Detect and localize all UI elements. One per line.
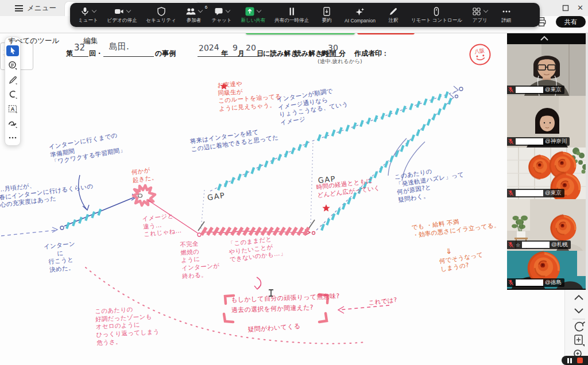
more-dots-icon — [502, 7, 511, 16]
participant-tile[interactable]: ☆ @札幌 — [507, 199, 586, 251]
header-author-note: (途中.疲れるから) — [318, 58, 362, 65]
hatch-tick — [423, 125, 425, 131]
participant-location: @徳島 — [545, 279, 562, 286]
hatch-tick — [299, 145, 301, 151]
security-button[interactable]: セキュリティ — [146, 6, 176, 24]
pause-recording-button[interactable] — [567, 355, 572, 365]
share-button[interactable]: 共有 — [556, 16, 586, 28]
hatch-tick — [250, 228, 254, 235]
maximize-icon[interactable] — [562, 5, 569, 11]
stop-video-button[interactable]: ビデオの停止 — [107, 6, 137, 24]
pause-share-button[interactable]: 共有の一時停止 — [274, 6, 309, 24]
remote-control-button[interactable]: リモート コントロール — [411, 6, 462, 24]
refresh-icon[interactable] — [575, 322, 585, 331]
chat-button[interactable]: チャット — [212, 6, 232, 24]
apps-icon — [472, 7, 481, 16]
lasso-tool[interactable] — [6, 89, 19, 100]
chevron-down-icon[interactable] — [575, 309, 583, 313]
participant-name-bar: @東京 — [507, 86, 564, 94]
header-read-label: に読み解き — [263, 49, 298, 59]
panel-scrollbar[interactable] — [586, 26, 588, 290]
hatch-tick — [431, 96, 434, 103]
menu-all-tools[interactable]: すべてのツール — [8, 36, 59, 46]
header-day: 20 — [246, 43, 256, 52]
hatch-tick — [318, 135, 320, 141]
microphone-icon — [80, 7, 90, 16]
redacted-name — [516, 87, 543, 93]
hatch-tick — [92, 212, 94, 218]
hatch-tick — [343, 203, 345, 209]
chevron-down-icon[interactable] — [126, 8, 130, 13]
hatch-tick — [346, 125, 349, 131]
text-box-tool[interactable]: A — [6, 103, 19, 114]
collapse-panel-chevron[interactable] — [540, 36, 549, 41]
menu-edit[interactable]: 編集 — [83, 36, 98, 46]
hatch-tick — [390, 156, 393, 162]
menu-button[interactable]: メニュー — [15, 3, 56, 13]
more-button[interactable]: 詳細 — [498, 6, 515, 24]
chevron-up-icon[interactable] — [575, 296, 583, 300]
summary-button[interactable]: 要約 — [318, 6, 335, 24]
hatch-tick — [412, 135, 414, 141]
participants-button[interactable]: 6 参加者 — [185, 6, 203, 24]
chevron-down-icon[interactable] — [198, 8, 203, 13]
rising-line — [64, 196, 137, 226]
hatch-tick — [332, 130, 335, 136]
participant-tile[interactable]: @徳島 — [507, 251, 586, 289]
hatch-tick — [226, 228, 230, 235]
hatch-tick — [417, 130, 419, 136]
more-tools-button[interactable] — [6, 133, 19, 143]
mute-button[interactable]: ミュート — [78, 6, 98, 24]
hatch-tick — [407, 140, 409, 146]
hatch-tick — [439, 94, 441, 100]
note-image-mismatch: イメージと 違う… これじゃね… — [142, 211, 182, 239]
hatch-tick — [449, 98, 451, 104]
hatch-tick — [443, 103, 446, 110]
participant-tile[interactable]: @神奈川 — [507, 96, 586, 147]
hatch-tick — [305, 141, 308, 147]
converging-arc — [388, 138, 407, 176]
chevron-down-icon[interactable] — [92, 8, 96, 13]
draw-tool[interactable] — [6, 74, 19, 85]
note-prep-period: インターンに行くまでの 準備期間 「ワクワクする学習期間」 — [48, 130, 126, 166]
text-box-icon: A — [8, 104, 17, 113]
hatch-tick — [327, 219, 329, 225]
stop-recording-button[interactable] — [577, 358, 583, 363]
hatch-tick — [403, 106, 405, 112]
redacted-name — [522, 242, 550, 248]
chevron-down-icon[interactable] — [257, 8, 261, 13]
hatch-tick — [285, 151, 288, 157]
ai-sparkle-icon — [355, 7, 365, 17]
header-author-label: 作成者印： — [354, 49, 389, 59]
new-share-button[interactable]: 新しい共有 — [241, 6, 265, 24]
header-approx: 約 — [321, 49, 328, 59]
export-pdf-icon[interactable] — [575, 335, 585, 347]
hatch-tick — [245, 171, 247, 177]
note-derail-question: このあたりの 「発達軌道ハズレ」って 何が原因?と 疑問わく。 — [394, 162, 467, 204]
hatch-tick — [265, 161, 268, 167]
note-self-doubt: もしかして自分の頑張りって無意味? 過去の選択を何か間違えた? — [231, 291, 340, 315]
milestone-node — [60, 226, 64, 230]
ai-companion-button[interactable]: AI Companion — [345, 6, 376, 24]
zoom-toolbar: ミュート ビデオの停止 セキュリティ 6 参加者 チャット 新しい共有 共有の一… — [70, 3, 540, 27]
hatch-tick — [304, 228, 309, 235]
chevron-down-icon[interactable] — [225, 8, 230, 13]
chevron-down-icon[interactable] — [483, 8, 488, 13]
hatch-tick — [214, 228, 218, 235]
more-tools-icon — [9, 136, 17, 139]
note-kore-dewa: これでは? — [368, 296, 397, 307]
mic-off-icon — [508, 242, 514, 248]
participant-tile[interactable]: @東京 — [507, 44, 586, 96]
hatch-tick — [238, 228, 242, 235]
hatch-tick — [332, 213, 335, 220]
hatch-tick — [220, 228, 225, 235]
participant-tile[interactable]: @東京 — [507, 147, 586, 199]
hatch-tick — [339, 127, 342, 134]
stamp-tool[interactable] — [6, 118, 19, 129]
annotate-button[interactable]: 注釈 — [385, 6, 402, 24]
comment-tool[interactable] — [6, 60, 19, 71]
close-icon[interactable]: ✕ — [577, 3, 583, 12]
select-arrow-tool[interactable] — [6, 45, 19, 56]
apps-button[interactable]: アプリ — [471, 6, 489, 24]
redacted-name — [516, 190, 543, 196]
